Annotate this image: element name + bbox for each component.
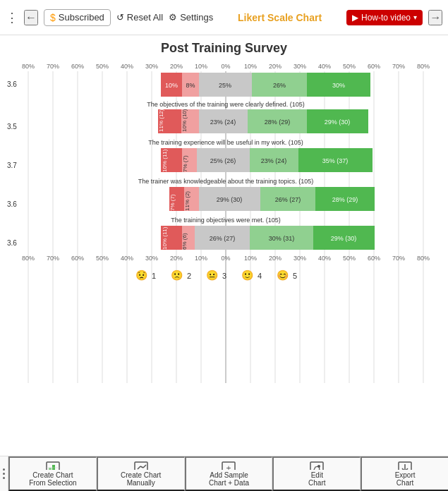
create-chart-selection-button[interactable]: Create Chart From Selection — [8, 456, 97, 491]
svg-text:3.6: 3.6 — [7, 80, 17, 88]
svg-rect-121 — [49, 468, 52, 470]
svg-text:10%: 10% — [244, 63, 257, 70]
svg-text:29% (30): 29% (30) — [217, 196, 243, 203]
svg-line-127 — [140, 466, 143, 468]
svg-text:40%: 40% — [121, 255, 133, 262]
svg-rect-122 — [52, 465, 55, 470]
svg-text:80%: 80% — [417, 63, 430, 70]
app-header: ⋮ ← $ Subscribed ↺ Reset All ⚙ Settings … — [0, 0, 448, 35]
svg-text:10% (11): 10% (11) — [162, 149, 168, 172]
dollar-icon: $ — [50, 12, 56, 23]
youtube-icon: ▶ — [352, 13, 358, 23]
svg-text:😊: 😊 — [277, 269, 289, 281]
svg-text:🙂: 🙂 — [241, 269, 254, 281]
svg-text:The objectives of the training: The objectives of the training were clea… — [147, 101, 305, 108]
subscribed-button[interactable]: $ Subscribed — [44, 9, 111, 26]
svg-text:30%: 30% — [332, 82, 345, 89]
svg-text:10%: 10% — [244, 255, 257, 262]
svg-text:11% (2): 11% (2) — [184, 191, 190, 211]
subscribed-label: Subscribed — [59, 12, 104, 23]
svg-text:11% (12): 11% (12) — [158, 109, 164, 132]
forward-button[interactable]: ← — [428, 10, 442, 25]
svg-text:70%: 70% — [392, 255, 405, 262]
svg-text:30%: 30% — [293, 63, 306, 70]
svg-text:50%: 50% — [96, 255, 109, 262]
footer-dots[interactable] — [0, 456, 8, 491]
chart-type-link[interactable]: Likert Scale Chart — [219, 12, 341, 23]
svg-text:23% (24): 23% (24) — [210, 119, 236, 126]
svg-text:40%: 40% — [318, 63, 331, 70]
svg-text:29% (30): 29% (30) — [325, 119, 351, 126]
svg-text:The trainer was knowledgeable : The trainer was knowledgeable about the … — [138, 178, 314, 185]
create-chart-manually-button[interactable]: Create Chart Manually — [97, 456, 185, 491]
svg-rect-131 — [310, 462, 323, 470]
svg-text:3.7: 3.7 — [7, 162, 17, 169]
add-sample-chart-button[interactable]: + Add Sample Chart + Data — [185, 456, 273, 491]
svg-text:20%: 20% — [269, 63, 281, 70]
svg-text:25% (26): 25% (26) — [210, 157, 236, 164]
svg-point-132 — [317, 465, 320, 468]
svg-text:30%: 30% — [145, 63, 158, 70]
svg-text:+: + — [226, 463, 231, 470]
svg-text:6% (6): 6% (6) — [181, 233, 188, 250]
vertical-dots-icon[interactable]: ⋮ — [6, 10, 18, 25]
dot-icon — [3, 473, 5, 475]
svg-text:The training experience will b: The training experience will be useful i… — [148, 139, 303, 146]
export-chart-button[interactable]: Export Chart — [361, 456, 448, 491]
svg-text:60%: 60% — [368, 63, 380, 70]
add-sample-chart-label: Add Sample Chart + Data — [209, 471, 249, 487]
howto-button[interactable]: ▶ How-to video ▾ — [346, 10, 423, 25]
svg-text:3.6: 3.6 — [7, 200, 17, 208]
svg-text:1: 1 — [152, 272, 156, 280]
reset-icon: ↺ — [116, 12, 124, 23]
settings-button[interactable]: ⚙ Settings — [169, 12, 213, 23]
svg-text:0%: 0% — [221, 63, 230, 70]
svg-text:10%: 10% — [195, 63, 207, 70]
svg-text:28% (29): 28% (29) — [332, 196, 358, 203]
svg-text:10% (10): 10% (10) — [181, 109, 188, 132]
dot-icon — [3, 477, 5, 479]
svg-text:60%: 60% — [71, 63, 84, 70]
svg-text:0%: 0% — [221, 255, 230, 262]
chevron-down-icon: ▾ — [413, 13, 417, 21]
back-button[interactable]: ← — [24, 10, 38, 25]
svg-line-128 — [143, 465, 146, 468]
svg-text:The training objectives were m: The training objectives were met. (105) — [171, 217, 281, 224]
svg-text:10% (11): 10% (11) — [162, 226, 168, 250]
svg-text:2: 2 — [187, 272, 191, 280]
svg-text:28% (29): 28% (29) — [265, 119, 291, 126]
svg-text:3.5: 3.5 — [7, 123, 17, 131]
svg-text:3.6: 3.6 — [7, 239, 17, 247]
svg-text:60%: 60% — [71, 255, 84, 262]
create-chart-selection-icon — [45, 461, 61, 470]
edit-chart-button[interactable]: Edit Chart — [272, 456, 361, 491]
chart-title: Post Training Survey — [7, 41, 441, 56]
svg-text:29% (30): 29% (30) — [331, 235, 357, 242]
svg-text:26% (27): 26% (27) — [275, 196, 301, 203]
svg-text:30% (31): 30% (31) — [269, 235, 295, 242]
svg-text:7% (7): 7% (7) — [169, 194, 176, 211]
likert-chart: 80% 70% 60% 50% 40% 30% 20% 10% 0% 10% 2… — [7, 59, 441, 411]
svg-text:🙁: 🙁 — [171, 269, 183, 281]
svg-text:50%: 50% — [343, 255, 356, 262]
svg-text:😟: 😟 — [135, 269, 148, 281]
svg-text:35% (37): 35% (37) — [322, 157, 349, 164]
create-chart-manually-icon — [133, 461, 149, 470]
svg-text:50%: 50% — [96, 63, 109, 70]
create-chart-selection-label: Create Chart From Selection — [29, 471, 76, 487]
create-chart-manually-label: Create Chart Manually — [121, 471, 161, 487]
svg-text:70%: 70% — [47, 255, 59, 262]
svg-text:40%: 40% — [318, 255, 331, 262]
svg-text:26%: 26% — [273, 82, 286, 89]
svg-text:20%: 20% — [170, 255, 183, 262]
dot-icon — [3, 468, 5, 471]
svg-text:70%: 70% — [392, 63, 405, 70]
svg-text:7% (7): 7% (7) — [182, 155, 188, 172]
svg-text:80%: 80% — [22, 255, 35, 262]
reset-button[interactable]: ↺ Reset All — [116, 12, 163, 23]
svg-text:80%: 80% — [22, 63, 35, 70]
svg-text:8%: 8% — [186, 82, 195, 89]
svg-text:60%: 60% — [368, 255, 380, 262]
svg-text:25%: 25% — [219, 82, 231, 89]
svg-text:50%: 50% — [343, 63, 356, 70]
